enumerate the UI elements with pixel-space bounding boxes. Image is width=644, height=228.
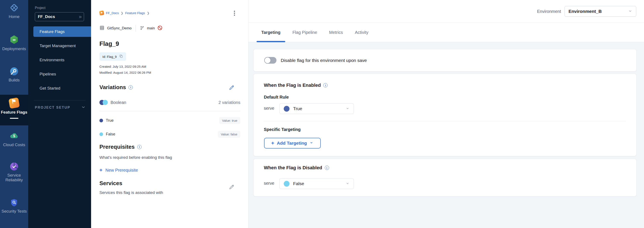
feature-flags-icon: ⚑ xyxy=(8,97,20,109)
environment-value: Environment_B xyxy=(568,9,602,14)
chevron-down-icon xyxy=(310,141,314,146)
sidebar-item-service-reliability[interactable]: Service Reliability xyxy=(0,162,28,182)
plus-icon: + xyxy=(100,168,102,173)
sidebar-active-highlight: ⚑ Feature Flags xyxy=(0,95,28,125)
sidebar-item-label: Security Tests xyxy=(2,209,27,214)
chevron-down-icon xyxy=(346,106,350,111)
info-icon[interactable]: i xyxy=(323,83,328,87)
menu-item-label: Pipelines xyxy=(40,72,56,76)
flag-disabled-title: When the Flag is Disabled xyxy=(264,165,322,171)
sidebar-item-deployments[interactable]: ∞ Deployments xyxy=(0,35,28,51)
copy-icon[interactable] xyxy=(119,54,123,59)
disable-flag-label: Disable flag for this environment upon s… xyxy=(281,58,367,63)
sidebar-item-feature-flags-page[interactable]: Feature Flags xyxy=(33,26,91,37)
environment-select[interactable]: Environment_B xyxy=(564,6,636,17)
variation-count: 2 variations xyxy=(218,100,240,105)
info-icon[interactable]: i xyxy=(137,145,142,149)
breadcrumb-project-link[interactable]: FF_Docs xyxy=(106,11,119,15)
project-setup-toggle[interactable]: PROJECT SETUP xyxy=(35,105,86,110)
variations-title: Variations xyxy=(100,84,126,91)
sidebar-item-cloud-costs[interactable]: $ Cloud Costs xyxy=(0,131,28,147)
default-rule-label: Default Rule xyxy=(264,95,289,100)
chevron-right-icon: ❯ xyxy=(121,11,123,15)
disabled-serve-select[interactable]: False xyxy=(280,178,354,189)
sidebar-item-security-tests[interactable]: Security Tests xyxy=(0,198,28,214)
tab-flag-pipeline[interactable]: Flag Pipeline xyxy=(292,23,318,42)
breadcrumb-feature-flags-link[interactable]: Feature Flags xyxy=(125,11,145,15)
project-setup-label: PROJECT SETUP xyxy=(35,106,70,109)
flag-enabled-title: When the Flag is Enabled xyxy=(264,82,321,88)
flag-enabled-card: When the Flag is Enabled i Default Rule … xyxy=(254,74,636,156)
new-prerequisite-button[interactable]: + New Prerequisite xyxy=(100,168,138,173)
tab-targeting[interactable]: Targeting xyxy=(261,23,281,42)
info-icon[interactable]: i xyxy=(128,85,133,90)
cloud-costs-icon: $ xyxy=(10,131,19,141)
info-icon[interactable]: i xyxy=(325,166,329,170)
targeting-panel: Environment Environment_B Targeting Flag… xyxy=(248,0,644,228)
add-targeting-label: Add Targeting xyxy=(277,141,307,146)
variations-section-header: Variations i xyxy=(100,84,133,91)
flag-id-badge: Id: Flag_9 xyxy=(100,52,126,61)
sidebar-item-environments[interactable]: Environments xyxy=(28,55,91,65)
new-prerequisite-label: New Prerequisite xyxy=(106,168,138,173)
variation-type-row: Boolean 2 variations xyxy=(100,100,240,105)
feature-flags-icon: ⚑ xyxy=(99,10,104,16)
sidebar-item-label: Cloud Costs xyxy=(3,143,25,147)
project-selector[interactable]: FF_Docs » xyxy=(35,12,84,21)
git-branch-name[interactable]: main xyxy=(147,26,155,30)
environment-selector-row: Environment Environment_B xyxy=(537,6,636,17)
default-serve-select[interactable]: True xyxy=(280,103,354,114)
deployments-icon: ∞ xyxy=(9,35,19,45)
sync-disabled-icon xyxy=(157,25,162,31)
add-targeting-button[interactable]: + Add Targeting xyxy=(264,138,321,149)
sidebar-item-builds[interactable]: Builds xyxy=(0,67,28,82)
sidebar-item-label: Home xyxy=(9,14,20,19)
false-variation-dot xyxy=(100,133,103,136)
menu-item-label: Target Management xyxy=(40,44,76,48)
sidebar-item-home[interactable]: Home xyxy=(0,3,28,19)
project-sidebar: Project FF_Docs » Feature Flags Target M… xyxy=(28,0,91,228)
disable-flag-toggle[interactable] xyxy=(264,57,276,64)
variation-value-badge: Value: false xyxy=(218,131,240,138)
variation-name: False xyxy=(106,132,115,137)
flag-disabled-card: When the Flag is Disabled i serve False xyxy=(254,159,636,196)
targeting-content: Disable flag for this environment upon s… xyxy=(248,42,644,228)
toggle-knob xyxy=(264,57,271,64)
true-variation-dot xyxy=(284,106,290,112)
created-date: Created: July 13, 2022 09:25 AM xyxy=(100,65,146,68)
sidebar-item-pipelines[interactable]: Pipelines xyxy=(28,69,91,79)
environment-label: Environment xyxy=(537,9,561,14)
sidebar-item-label: Feature Flags xyxy=(1,110,27,115)
more-options-button[interactable] xyxy=(233,10,236,17)
false-variation-dot xyxy=(284,181,290,187)
prerequisites-section-header: Prerequisites i xyxy=(100,144,142,150)
flag-disabled-header: When the Flag is Disabled i xyxy=(264,165,329,171)
sidebar-item-target-management[interactable]: Target Management xyxy=(28,41,91,51)
services-title: Services xyxy=(100,180,122,187)
serve-value: True xyxy=(293,106,302,111)
chevron-down-icon xyxy=(346,181,350,186)
sidebar-item-get-started[interactable]: Get Started xyxy=(28,83,91,93)
svg-text:∞: ∞ xyxy=(12,38,16,42)
security-tests-icon xyxy=(10,198,18,207)
chevron-down-icon xyxy=(628,9,632,14)
variation-row-false: False Value: false xyxy=(100,130,240,139)
edit-variations-button[interactable] xyxy=(229,85,234,91)
sidebar-divider xyxy=(34,100,86,100)
menu-item-label: Get Started xyxy=(40,86,60,91)
sidebar-item-feature-flags[interactable]: ⚑ Feature Flags xyxy=(0,98,28,119)
tab-bar: Targeting Flag Pipeline Metrics Activity xyxy=(248,23,644,42)
variation-type-label: Boolean xyxy=(110,100,126,105)
builds-icon xyxy=(10,67,18,76)
vertical-divider xyxy=(136,25,136,32)
module-sidebar: Home ∞ Deployments Builds ⚑ Feature Flag… xyxy=(0,0,28,228)
tab-metrics[interactable]: Metrics xyxy=(329,23,343,42)
variation-row-true: True Value: true xyxy=(100,116,240,125)
project-name: FF_Docs xyxy=(38,14,55,19)
divider xyxy=(264,121,626,121)
tab-activity[interactable]: Activity xyxy=(354,23,369,42)
edit-services-button[interactable] xyxy=(229,184,234,191)
prerequisites-title: Prerequisites xyxy=(100,144,135,150)
specific-targeting-label: Specific Targeting xyxy=(264,127,300,132)
project-label: Project xyxy=(35,6,46,10)
